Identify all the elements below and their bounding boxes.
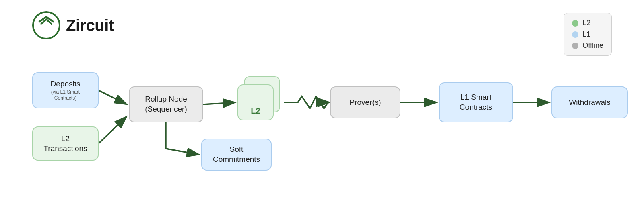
legend-dot-offline bbox=[572, 43, 578, 49]
node-withdrawals: Withdrawals bbox=[551, 86, 628, 118]
legend-item-l1: L1 bbox=[572, 30, 603, 39]
node-l1sc: L1 Smart Contracts bbox=[439, 82, 513, 122]
logo-area: Zircuit bbox=[32, 11, 114, 39]
deposits-sublabel: (via L1 Smart Contracts) bbox=[39, 89, 91, 102]
legend-dot-l2 bbox=[572, 20, 578, 27]
l2-box-front: L2 bbox=[237, 84, 274, 120]
legend-label-l2: L2 bbox=[582, 19, 590, 27]
soft-commitments-label: Soft Commitments bbox=[208, 145, 264, 164]
l1sc-label: L1 Smart Contracts bbox=[446, 92, 506, 112]
diagram: Deposits (via L1 Smart Contracts) L2 Tra… bbox=[24, 64, 620, 193]
legend-label-offline: Offline bbox=[582, 41, 603, 50]
deposits-label: Deposits bbox=[51, 80, 80, 88]
l2tx-label: L2 Transactions bbox=[39, 134, 91, 153]
node-rollup: Rollup Node (Sequencer) bbox=[129, 86, 203, 122]
node-l2-stack: L2 bbox=[237, 76, 282, 128]
legend-item-l2: L2 bbox=[572, 19, 603, 27]
l2-stack-label: L2 bbox=[251, 106, 260, 116]
legend-label-l1: L1 bbox=[582, 30, 590, 39]
withdrawals-label: Withdrawals bbox=[569, 98, 610, 108]
legend: L2 L1 Offline bbox=[564, 13, 612, 56]
rollup-label: Rollup Node (Sequencer) bbox=[136, 94, 196, 114]
prover-label: Prover(s) bbox=[349, 98, 381, 108]
node-l2tx: L2 Transactions bbox=[32, 126, 99, 161]
arrows-svg bbox=[24, 64, 620, 193]
zircuit-logo-icon bbox=[32, 11, 60, 39]
node-prover: Prover(s) bbox=[330, 86, 400, 118]
node-soft-commitments: Soft Commitments bbox=[201, 139, 272, 171]
legend-dot-l1 bbox=[572, 31, 578, 38]
node-deposits: Deposits (via L1 Smart Contracts) bbox=[32, 72, 99, 108]
logo-text: Zircuit bbox=[66, 16, 114, 35]
legend-item-offline: Offline bbox=[572, 41, 603, 50]
